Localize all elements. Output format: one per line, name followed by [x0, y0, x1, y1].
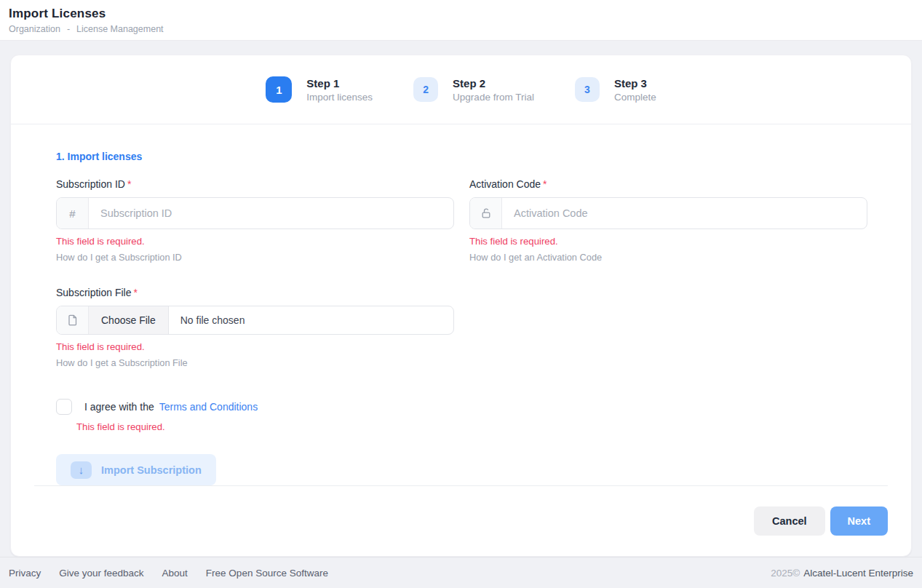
- page-footer: Privacy Give your feedback About Free Op…: [0, 557, 922, 588]
- footer-link-foss[interactable]: Free Open Source Software: [206, 568, 328, 579]
- step-3-subtitle: Complete: [614, 92, 656, 103]
- breadcrumb-item-organization[interactable]: Organization: [9, 24, 60, 34]
- subscription-file-label: Subscription File*: [56, 287, 454, 298]
- file-icon: [57, 306, 89, 334]
- lock-icon: [470, 198, 502, 229]
- step-3-title: Step 3: [614, 77, 656, 90]
- wizard-stepper: 1 Step 1 Import licenses 2 Step 2 Upgrad…: [11, 55, 911, 124]
- choose-file-button[interactable]: Choose File: [89, 306, 169, 334]
- required-asterisk: *: [127, 178, 131, 190]
- page-header: Import Licenses Organization - License M…: [0, 0, 922, 41]
- breadcrumb-item-license-management[interactable]: License Management: [76, 24, 164, 34]
- main-content: 1 Step 1 Import licenses 2 Step 2 Upgrad…: [0, 41, 922, 557]
- footer-link-feedback[interactable]: Give your feedback: [59, 568, 143, 579]
- file-chosen-status: No file chosen: [169, 306, 257, 334]
- step-1-import-licenses: 1 Step 1 Import licenses: [266, 76, 373, 103]
- subscription-id-input[interactable]: [89, 198, 453, 229]
- terms-agreement-row: I agree with theTerms and Conditions: [56, 399, 866, 415]
- terms-and-conditions-link[interactable]: Terms and Conditions: [159, 401, 258, 413]
- step-3-badge: 3: [575, 77, 600, 102]
- breadcrumb-separator: -: [67, 24, 70, 34]
- terms-agreement-label: I agree with theTerms and Conditions: [84, 401, 258, 413]
- subscription-id-error: This field is required.: [56, 236, 454, 247]
- terms-agreement-checkbox[interactable]: [56, 399, 72, 415]
- required-asterisk: *: [134, 287, 138, 298]
- required-asterisk: *: [543, 178, 547, 190]
- footer-link-about[interactable]: About: [162, 568, 188, 579]
- activation-code-error: This field is required.: [469, 236, 867, 247]
- wizard-footer: Cancel Next: [11, 485, 911, 557]
- activation-code-input[interactable]: [502, 198, 867, 229]
- step-2-title: Step 2: [453, 77, 534, 90]
- subscription-file-field: Subscription File* Choose File No file c…: [56, 287, 454, 368]
- import-subscription-button-label: Import Subscription: [101, 464, 202, 476]
- copyright-owner: Alcatel-Lucent Enterprise: [803, 568, 913, 579]
- import-wizard-card: 1 Step 1 Import licenses 2 Step 2 Upgrad…: [10, 55, 912, 557]
- activation-code-input-group: [469, 197, 867, 229]
- step-2-subtitle: Upgrade from Trial: [453, 92, 534, 103]
- step-1-subtitle: Import licenses: [306, 92, 373, 103]
- download-arrow-icon: ↓: [71, 461, 92, 479]
- import-subscription-button[interactable]: ↓ Import Subscription: [56, 454, 216, 485]
- subscription-id-label: Subscription ID*: [56, 178, 454, 190]
- hash-icon: #: [57, 198, 89, 229]
- footer-links: Privacy Give your feedback About Free Op…: [9, 568, 328, 579]
- section-heading: 1. Import licenses: [56, 151, 866, 162]
- activation-code-label: Activation Code*: [469, 178, 867, 190]
- copyright-year: 2025©: [771, 568, 800, 579]
- cancel-button[interactable]: Cancel: [754, 506, 825, 536]
- step-1-title: Step 1: [306, 77, 373, 90]
- subscription-id-field: Subscription ID* # This field is require…: [56, 178, 454, 263]
- page-title: Import Licenses: [9, 7, 922, 21]
- step-1-badge: 1: [266, 76, 292, 103]
- terms-agreement-error: This field is required.: [76, 421, 866, 432]
- subscription-id-help-link[interactable]: How do I get a Subscription ID: [56, 252, 182, 263]
- activation-code-help-link[interactable]: How do I get an Activation Code: [469, 252, 602, 263]
- subscription-file-input-group: Choose File No file chosen: [56, 306, 454, 335]
- import-licenses-form: 1. Import licenses Subscription ID* # Th…: [11, 124, 911, 485]
- next-button[interactable]: Next: [830, 506, 888, 536]
- subscription-file-help-link[interactable]: How do I get a Subscription File: [56, 357, 188, 368]
- step-2-badge: 2: [413, 77, 438, 102]
- breadcrumb: Organization - License Management: [9, 24, 922, 34]
- step-3-complete: 3 Step 3 Complete: [575, 77, 656, 103]
- copyright: 2025© Alcatel-Lucent Enterprise: [771, 568, 913, 579]
- subscription-id-input-group: #: [56, 197, 454, 229]
- footer-link-privacy[interactable]: Privacy: [9, 568, 41, 579]
- subscription-file-error: This field is required.: [56, 341, 454, 352]
- step-2-upgrade-from-trial: 2 Step 2 Upgrade from Trial: [413, 77, 534, 103]
- activation-code-field: Activation Code* This field is required.…: [469, 178, 867, 263]
